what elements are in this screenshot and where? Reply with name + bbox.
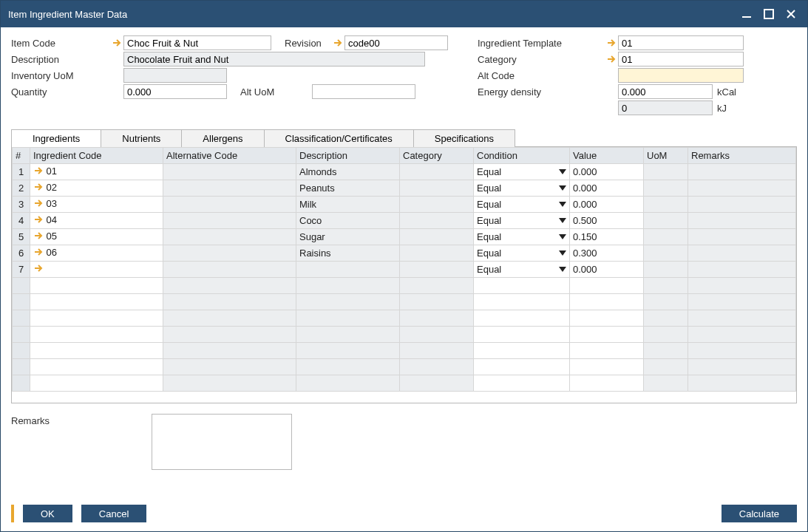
cell-condition[interactable]: Equal <box>474 180 570 197</box>
ingredient-template-label: Ingredient Template <box>478 38 618 49</box>
link-arrow-icon[interactable] <box>333 38 343 48</box>
cell-value[interactable]: 0.000 <box>570 197 644 213</box>
cell-remarks <box>688 262 796 278</box>
table-row[interactable]: 5 05SugarEqual0.150 <box>13 229 796 245</box>
col-header[interactable]: Alternative Code <box>163 148 296 164</box>
minimize-button[interactable] <box>738 5 756 23</box>
cell-condition[interactable]: Equal <box>474 229 570 245</box>
revision-field[interactable] <box>344 35 448 50</box>
tab-specifications[interactable]: Specifications <box>413 129 515 147</box>
col-header[interactable]: Ingredient Code <box>30 148 163 164</box>
table-row[interactable]: 6 06RaisinsEqual0.300 <box>13 245 796 262</box>
alt-uom-field[interactable] <box>312 84 415 99</box>
cell-code[interactable]: 01 <box>30 164 163 180</box>
dropdown-icon[interactable] <box>559 234 566 239</box>
dropdown-icon[interactable] <box>559 202 566 207</box>
table-row <box>13 359 796 375</box>
row-num: 5 <box>13 229 30 245</box>
accent-bar <box>11 505 14 522</box>
col-header[interactable]: Value <box>570 148 644 164</box>
cell-remarks <box>688 164 796 180</box>
remarks-field[interactable] <box>152 414 292 470</box>
cell-code[interactable]: 06 <box>30 245 163 262</box>
tab-nutrients[interactable]: Nutrients <box>101 129 182 147</box>
col-header[interactable]: Description <box>296 148 400 164</box>
cell-value[interactable]: 0.000 <box>570 180 644 197</box>
row-num: 3 <box>13 197 30 213</box>
cell-cat <box>400 245 474 262</box>
cell-condition[interactable]: Equal <box>474 164 570 180</box>
link-arrow-icon[interactable] <box>33 247 44 259</box>
cell-code[interactable]: 05 <box>30 229 163 245</box>
dropdown-icon[interactable] <box>559 250 566 256</box>
altcode-field[interactable] <box>618 68 744 83</box>
link-arrow-icon[interactable] <box>33 198 44 211</box>
col-header[interactable]: Category <box>400 148 474 164</box>
cell-condition[interactable]: Equal <box>474 245 570 262</box>
dropdown-icon[interactable] <box>559 218 566 223</box>
cell-value[interactable]: 0.000 <box>570 164 644 180</box>
cell-alt <box>163 262 296 278</box>
table-row[interactable]: 3 03MilkEqual0.000 <box>13 197 796 213</box>
cell-value[interactable]: 0.150 <box>570 229 644 245</box>
table-row[interactable]: 1 01AlmondsEqual0.000 <box>13 164 796 180</box>
link-arrow-icon[interactable] <box>33 214 44 227</box>
cell-condition[interactable]: Equal <box>474 262 570 278</box>
category-field[interactable] <box>618 52 744 66</box>
cell-value[interactable]: 0.000 <box>570 262 644 278</box>
dropdown-icon[interactable] <box>559 267 566 272</box>
cell-condition[interactable]: Equal <box>474 197 570 213</box>
cell-remarks <box>688 197 796 213</box>
cell-desc: Almonds <box>296 164 400 180</box>
link-arrow-icon[interactable] <box>606 38 617 48</box>
unit-kcal: kCal <box>717 86 736 98</box>
cell-remarks <box>688 229 796 245</box>
cell-remarks <box>688 245 796 262</box>
ok-button[interactable]: OK <box>23 505 72 522</box>
table-row <box>13 375 796 392</box>
cell-code[interactable]: 02 <box>30 180 163 197</box>
tab-classification-certificates[interactable]: Classification/Certificates <box>264 129 414 147</box>
link-arrow-icon[interactable] <box>112 38 122 48</box>
cell-condition[interactable]: Equal <box>474 213 570 229</box>
link-arrow-icon[interactable] <box>606 54 617 64</box>
cell-cat <box>400 197 474 213</box>
link-arrow-icon[interactable] <box>33 231 44 243</box>
energy-density-label: Energy density <box>478 86 618 98</box>
cell-value[interactable]: 0.500 <box>570 213 644 229</box>
link-arrow-icon[interactable] <box>33 263 44 276</box>
dropdown-icon[interactable] <box>559 185 566 191</box>
quantity-label: Quantity <box>11 86 123 98</box>
cell-value[interactable]: 0.300 <box>570 245 644 262</box>
col-header[interactable]: # <box>13 148 30 164</box>
close-button[interactable] <box>782 5 800 23</box>
altcode-label: Alt Code <box>478 70 618 81</box>
calculate-button[interactable]: Calculate <box>722 505 797 522</box>
table-row[interactable]: 2 02PeanutsEqual0.000 <box>13 180 796 197</box>
quantity-field[interactable] <box>123 84 227 99</box>
col-header[interactable]: Condition <box>474 148 570 164</box>
alt-uom-label: Alt UoM <box>227 86 312 98</box>
link-arrow-icon[interactable] <box>33 182 44 194</box>
ingredient-template-field[interactable] <box>618 35 744 50</box>
row-num: 4 <box>13 213 30 229</box>
maximize-button[interactable] <box>760 5 778 23</box>
cell-code[interactable] <box>30 262 163 278</box>
col-header[interactable]: UoM <box>644 148 688 164</box>
cancel-button[interactable]: Cancel <box>81 505 146 522</box>
col-header[interactable]: Remarks <box>688 148 796 164</box>
energy-kcal-field[interactable] <box>618 84 713 99</box>
table-row[interactable]: 7 Equal0.000 <box>13 262 796 278</box>
cell-code[interactable]: 03 <box>30 197 163 213</box>
cell-cat <box>400 213 474 229</box>
cell-code[interactable]: 04 <box>30 213 163 229</box>
cell-desc: Coco <box>296 213 400 229</box>
tab-ingredients[interactable]: Ingredients <box>11 129 101 147</box>
dropdown-icon[interactable] <box>559 169 566 174</box>
table-row[interactable]: 4 04CocoEqual0.500 <box>13 213 796 229</box>
cell-alt <box>163 245 296 262</box>
link-arrow-icon[interactable] <box>33 166 44 178</box>
itemcode-field[interactable] <box>123 35 271 50</box>
tab-allergens[interactable]: Allergens <box>181 129 264 147</box>
ingredients-table[interactable]: #Ingredient CodeAlternative CodeDescript… <box>12 147 796 392</box>
